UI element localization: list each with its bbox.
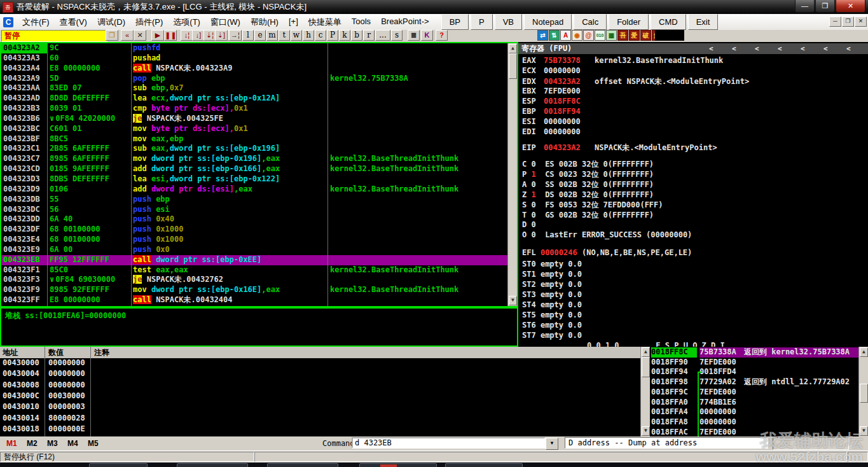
run-icon[interactable]: ▶ [151,30,164,41]
ring-icon[interactable]: ◉ [572,30,582,41]
disasm-row[interactable]: 004323A29Cpushfd [1,43,517,53]
menu-item[interactable]: 快捷菜单 [303,15,347,30]
menu-quick-button-bp[interactable]: BP [441,14,469,30]
scroll-up-icon[interactable]: ▲ [860,347,868,357]
binary-icon[interactable]: 010 [595,30,605,41]
disasm-row[interactable]: 004323DB55push ebp [1,195,517,205]
memory-tab-m1[interactable]: M1 [6,439,17,448]
mdi-restore-button[interactable]: ❐ [842,17,854,27]
register-collapse-chevron[interactable]: < [846,43,851,54]
taskbar-button[interactable] [177,463,248,467]
toolbar-letter-button-h[interactable]: h [303,30,314,41]
toolbar-letter-button-m[interactable]: m [266,30,278,41]
disassembly-pane[interactable]: 004323A29Cpushfd004323A360pushad004323A4… [0,42,518,307]
toolbar-letter-button-r[interactable]: r [363,30,375,41]
stack-scrollbar[interactable]: ▲ ▼ [858,347,868,436]
toolbar-letter-button-dots[interactable]: ... [375,30,390,41]
disasm-row[interactable]: 004323FFE8 00000000call NSPACK未.00432404 [1,295,517,305]
menu-item[interactable]: 文件(F) [17,15,55,30]
toolbar-letter-button-P[interactable]: P [327,30,338,41]
memory-tab-m2[interactable]: M2 [27,439,38,448]
toolbar-letter-button-w[interactable]: w [291,30,302,41]
stack-row[interactable]: 0018FFA400000000 [650,407,868,417]
scroll-down-icon[interactable]: ▼ [509,296,517,305]
stack-row[interactable]: 0018FFA800000000 [650,417,868,428]
animate-over-icon[interactable]: ⇣] [215,30,228,41]
menu-item[interactable]: 调试(D) [92,15,130,30]
scroll-thumb[interactable] [509,53,517,79]
app-menu-icon[interactable]: C [3,17,13,27]
dump-scrollbar[interactable]: ▲ ▼ [640,347,650,436]
disasm-row[interactable]: 004323A95Dpop ebpkernel32.75B7338A [1,74,517,84]
pause-icon[interactable]: ❚❚ [164,30,177,41]
disasm-row[interactable]: 004323E468 00100000push 0x1000 [1,235,517,245]
register-collapse-chevron[interactable]: < [823,43,828,54]
menu-item[interactable]: 选项(T) [168,15,205,30]
brand-button-吾[interactable]: 吾 [617,30,628,41]
menu-quick-button-folder[interactable]: Folder [609,14,649,30]
disasm-row[interactable]: 004323F185C0test eax,eaxkernel32.BaseThr… [1,265,517,275]
toolbar-letter-button-l[interactable]: l [242,30,254,41]
spiral-icon[interactable]: @ [583,30,594,41]
taskbar-button[interactable] [89,463,148,467]
stack-row[interactable]: 0018FFAC7EFDE000 [650,428,868,436]
disasm-row[interactable]: 004323C12B85 6AFEFFFFsub eax,dword ptr s… [1,144,517,154]
close-button[interactable]: ✕ [836,0,865,13]
scroll-down-icon[interactable]: ▼ [642,426,650,436]
stack-pane[interactable]: 0018FF8C75B7338A返回到 kernel32.75B7338A001… [650,347,868,436]
stack-row[interactable]: 0018FF9C7EFDE000 [650,387,868,398]
restart-icon[interactable]: « [121,30,134,41]
disasm-row[interactable]: 004323BF8BC5mov eax,ebp [1,134,517,144]
disasm-row[interactable]: 004323B6∨0F84 42020000je NSPACK未.004325F… [1,114,517,124]
menu-quick-button-notepad[interactable]: Notepad [524,14,572,30]
mdi-minimize-button[interactable]: ─ [829,17,841,27]
taskbar-button[interactable] [267,463,338,467]
toolbar-letter-button-t[interactable]: t [279,30,290,41]
disasm-row[interactable]: 004323D38DB5 DEFEFFFFlea esi,dword ptr s… [1,174,517,185]
registers-pane[interactable]: 寄存器 (FPU) <<<<<<< EAX75B73378kernel32.Ba… [518,42,868,347]
disasm-row[interactable]: 004323E96A 00push 0x0 [1,245,517,255]
scroll-thumb[interactable] [642,357,650,377]
brand-button-破[interactable]: 破 [640,30,651,41]
register-collapse-chevron[interactable]: < [732,43,736,54]
taskbar-button[interactable] [359,463,437,467]
menu-item[interactable]: [+] [284,15,303,30]
step-over-icon[interactable]: ↓] [192,30,205,41]
list-view-icon[interactable]: ≣ [408,30,420,41]
disasm-row[interactable]: 004323DC56push esi [1,205,517,215]
minimize-button[interactable]: — [795,0,815,13]
go-to-address-icon[interactable]: →¦ [229,30,242,41]
stack-row[interactable]: 0018FF8C75B7338A返回到 kernel32.75B7338A [650,347,868,358]
memory-tab-m4[interactable]: M4 [67,439,78,448]
register-collapse-chevron[interactable]: < [778,43,782,54]
stack-row[interactable]: 0018FFA0774BB1E6 [650,398,868,408]
mdi-close-button[interactable]: ✕ [855,17,867,27]
disasm-row[interactable]: 004323AD8D8D D6FEFFFFlea ecx,dword ptr s… [1,94,517,104]
scroll-thumb[interactable] [860,384,868,403]
command-input[interactable] [352,437,546,449]
command-dropdown-icon[interactable]: ▼ [546,438,558,450]
scroll-up-icon[interactable]: ▲ [642,347,650,357]
window-grid-icon[interactable]: ▦ [606,30,617,41]
disasm-row[interactable]: 004323A360pushad [1,53,517,64]
close-program-icon[interactable]: ✕ [134,30,146,41]
disasm-row[interactable]: 004323DD6A 40push 0x40 [1,214,517,225]
help-icon[interactable]: ? [436,30,448,41]
toolbar-letter-button-b[interactable]: b [351,30,362,41]
menu-quick-button-exit[interactable]: Exit [688,14,719,30]
memory-tab-m3[interactable]: M3 [47,439,58,448]
k-window-icon[interactable]: K [421,30,433,41]
disasm-row[interactable]: 004323D90106add dword ptr ds:[esi],eaxke… [1,185,517,195]
toolbar-letter-button-s[interactable]: s [391,30,403,41]
disasm-row[interactable]: 004323BCC601 01mov byte ptr ds:[ecx],0x1 [1,124,517,134]
disasm-row[interactable]: 004323C78985 6AFEFFFFmov dword ptr ss:[e… [1,154,517,164]
restore-button[interactable]: ❐ [815,0,835,13]
menu-quick-button-p[interactable]: P [471,14,493,30]
menu-quick-button-cmd[interactable]: CMD [651,14,686,30]
dump-pane[interactable]: 地址 数值 注释 0043000000000000004300040000000… [0,347,650,436]
refresh-icon[interactable]: ⇄ [537,30,548,41]
menu-quick-button-vb[interactable]: VB [495,14,522,30]
menu-item[interactable]: 插件(P) [130,15,168,30]
disasm-row[interactable]: 004323F3∨0F84 69030000je NSPACK未.0043276… [1,275,517,285]
scroll-down-icon[interactable]: ▼ [860,426,868,436]
